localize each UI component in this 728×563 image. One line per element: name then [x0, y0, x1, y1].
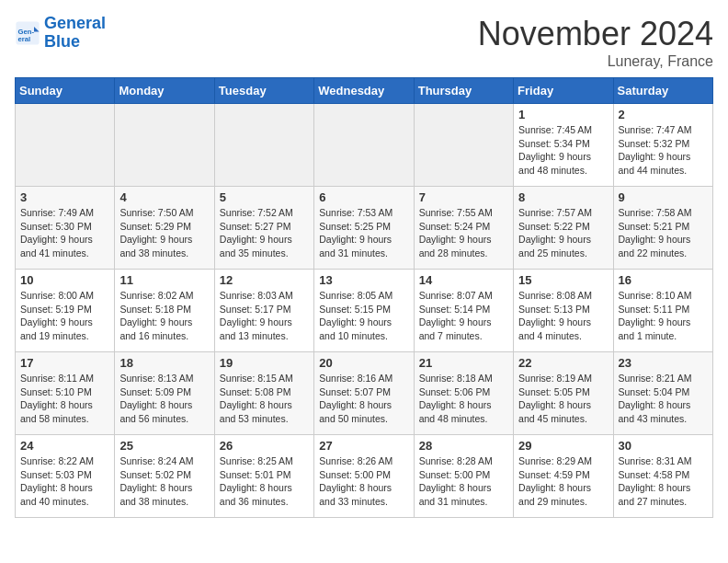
logo-text: General Blue	[44, 15, 106, 52]
day-info: Sunrise: 8:29 AM Sunset: 4:59 PM Dayligh…	[518, 454, 608, 509]
calendar-day-cell: 29Sunrise: 8:29 AM Sunset: 4:59 PM Dayli…	[514, 435, 613, 518]
day-info: Sunrise: 8:15 AM Sunset: 5:08 PM Dayligh…	[220, 372, 309, 426]
day-info: Sunrise: 8:11 AM Sunset: 5:10 PM Dayligh…	[20, 372, 109, 426]
day-info: Sunrise: 8:02 AM Sunset: 5:18 PM Dayligh…	[119, 289, 209, 343]
day-number: 27	[319, 439, 408, 453]
day-number: 14	[419, 273, 508, 287]
day-number: 17	[20, 356, 109, 370]
day-info: Sunrise: 7:57 AM Sunset: 5:22 PM Dayligh…	[518, 206, 608, 260]
calendar-day-cell: 7Sunrise: 7:55 AM Sunset: 5:24 PM Daylig…	[414, 187, 513, 270]
calendar-day-cell: 28Sunrise: 8:28 AM Sunset: 5:00 PM Dayli…	[414, 435, 513, 518]
weekday-header: Sunday	[16, 78, 115, 104]
calendar-day-cell: 19Sunrise: 8:15 AM Sunset: 5:08 PM Dayli…	[214, 352, 313, 435]
calendar-day-cell: 5Sunrise: 7:52 AM Sunset: 5:27 PM Daylig…	[214, 187, 313, 270]
calendar-day-cell: 24Sunrise: 8:22 AM Sunset: 5:03 PM Dayli…	[16, 435, 115, 518]
calendar-day-cell: 17Sunrise: 8:11 AM Sunset: 5:10 PM Dayli…	[16, 352, 115, 435]
calendar-day-cell	[214, 104, 313, 187]
calendar-day-cell	[414, 104, 513, 187]
day-number: 6	[319, 190, 408, 204]
day-info: Sunrise: 7:47 AM Sunset: 5:32 PM Dayligh…	[619, 123, 708, 178]
day-number: 26	[220, 439, 309, 453]
day-info: Sunrise: 8:31 AM Sunset: 4:58 PM Dayligh…	[619, 454, 708, 509]
calendar-day-cell: 14Sunrise: 8:07 AM Sunset: 5:14 PM Dayli…	[414, 270, 513, 352]
weekday-header-row: SundayMondayTuesdayWednesdayThursdayFrid…	[16, 78, 713, 104]
day-number: 22	[518, 356, 608, 370]
day-info: Sunrise: 8:00 AM Sunset: 5:19 PM Dayligh…	[20, 289, 109, 343]
day-number: 8	[518, 190, 608, 204]
calendar-day-cell	[16, 104, 115, 187]
day-info: Sunrise: 8:16 AM Sunset: 5:07 PM Dayligh…	[319, 372, 408, 426]
calendar-day-cell: 21Sunrise: 8:18 AM Sunset: 5:06 PM Dayli…	[414, 352, 513, 435]
day-number: 30	[619, 439, 708, 453]
day-number: 25	[119, 439, 209, 453]
calendar-day-cell: 22Sunrise: 8:19 AM Sunset: 5:05 PM Dayli…	[514, 352, 613, 435]
calendar-day-cell: 12Sunrise: 8:03 AM Sunset: 5:17 PM Dayli…	[214, 270, 313, 352]
day-number: 3	[20, 190, 109, 204]
weekday-header: Monday	[115, 78, 214, 104]
calendar-day-cell: 10Sunrise: 8:00 AM Sunset: 5:19 PM Dayli…	[16, 270, 115, 352]
calendar-day-cell: 2Sunrise: 7:47 AM Sunset: 5:32 PM Daylig…	[613, 104, 712, 187]
location: Luneray, France	[478, 53, 713, 70]
day-number: 1	[518, 108, 608, 121]
calendar-day-cell: 6Sunrise: 7:53 AM Sunset: 5:25 PM Daylig…	[314, 187, 414, 270]
day-number: 29	[518, 439, 608, 453]
header: Gen- eral General Blue November 2024 Lun…	[15, 15, 713, 70]
calendar-day-cell: 11Sunrise: 8:02 AM Sunset: 5:18 PM Dayli…	[115, 270, 214, 352]
day-info: Sunrise: 7:49 AM Sunset: 5:30 PM Dayligh…	[20, 206, 109, 260]
weekday-header: Friday	[514, 78, 613, 104]
month-title: November 2024	[478, 15, 713, 53]
day-info: Sunrise: 7:55 AM Sunset: 5:24 PM Dayligh…	[419, 206, 508, 260]
day-number: 23	[619, 356, 708, 370]
day-info: Sunrise: 7:58 AM Sunset: 5:21 PM Dayligh…	[619, 206, 708, 260]
calendar-table: SundayMondayTuesdayWednesdayThursdayFrid…	[15, 77, 713, 518]
day-number: 9	[619, 190, 708, 204]
day-number: 5	[220, 190, 309, 204]
calendar-day-cell: 25Sunrise: 8:24 AM Sunset: 5:02 PM Dayli…	[115, 435, 214, 518]
calendar-day-cell: 1Sunrise: 7:45 AM Sunset: 5:34 PM Daylig…	[514, 104, 613, 187]
day-number: 19	[220, 356, 309, 370]
day-number: 10	[20, 273, 109, 287]
calendar-day-cell: 18Sunrise: 8:13 AM Sunset: 5:09 PM Dayli…	[115, 352, 214, 435]
title-area: November 2024 Luneray, France	[478, 15, 713, 70]
day-info: Sunrise: 8:18 AM Sunset: 5:06 PM Dayligh…	[419, 372, 508, 426]
day-number: 24	[20, 439, 109, 453]
day-info: Sunrise: 7:45 AM Sunset: 5:34 PM Dayligh…	[518, 123, 608, 178]
calendar-day-cell: 13Sunrise: 8:05 AM Sunset: 5:15 PM Dayli…	[314, 270, 414, 352]
calendar-day-cell: 23Sunrise: 8:21 AM Sunset: 5:04 PM Dayli…	[613, 352, 712, 435]
day-number: 16	[619, 273, 708, 287]
calendar-day-cell	[115, 104, 214, 187]
calendar-week-row: 17Sunrise: 8:11 AM Sunset: 5:10 PM Dayli…	[16, 352, 713, 435]
day-info: Sunrise: 8:07 AM Sunset: 5:14 PM Dayligh…	[419, 289, 508, 343]
calendar-day-cell	[314, 104, 414, 187]
day-number: 18	[119, 356, 209, 370]
day-info: Sunrise: 7:50 AM Sunset: 5:29 PM Dayligh…	[119, 206, 209, 260]
day-number: 11	[119, 273, 209, 287]
weekday-header: Wednesday	[314, 78, 414, 104]
calendar-day-cell: 26Sunrise: 8:25 AM Sunset: 5:01 PM Dayli…	[214, 435, 313, 518]
day-info: Sunrise: 7:52 AM Sunset: 5:27 PM Dayligh…	[220, 206, 309, 260]
weekday-header: Saturday	[613, 78, 712, 104]
calendar-week-row: 1Sunrise: 7:45 AM Sunset: 5:34 PM Daylig…	[16, 104, 713, 187]
day-number: 12	[220, 273, 309, 287]
day-info: Sunrise: 8:03 AM Sunset: 5:17 PM Dayligh…	[220, 289, 309, 343]
day-number: 15	[518, 273, 608, 287]
logo-general: General	[44, 14, 106, 32]
day-info: Sunrise: 8:19 AM Sunset: 5:05 PM Dayligh…	[518, 372, 608, 426]
day-info: Sunrise: 8:28 AM Sunset: 5:00 PM Dayligh…	[419, 454, 508, 509]
day-info: Sunrise: 8:13 AM Sunset: 5:09 PM Dayligh…	[119, 372, 209, 426]
day-info: Sunrise: 8:05 AM Sunset: 5:15 PM Dayligh…	[319, 289, 408, 343]
day-number: 7	[419, 190, 508, 204]
day-info: Sunrise: 8:10 AM Sunset: 5:11 PM Dayligh…	[619, 289, 708, 343]
day-info: Sunrise: 8:25 AM Sunset: 5:01 PM Dayligh…	[220, 454, 309, 509]
calendar-day-cell: 8Sunrise: 7:57 AM Sunset: 5:22 PM Daylig…	[514, 187, 613, 270]
day-info: Sunrise: 7:53 AM Sunset: 5:25 PM Dayligh…	[319, 206, 408, 260]
day-info: Sunrise: 8:24 AM Sunset: 5:02 PM Dayligh…	[119, 454, 209, 509]
calendar-day-cell: 9Sunrise: 7:58 AM Sunset: 5:21 PM Daylig…	[613, 187, 712, 270]
calendar-day-cell: 27Sunrise: 8:26 AM Sunset: 5:00 PM Dayli…	[314, 435, 414, 518]
day-number: 2	[619, 108, 708, 121]
day-info: Sunrise: 8:08 AM Sunset: 5:13 PM Dayligh…	[518, 289, 608, 343]
calendar-day-cell: 20Sunrise: 8:16 AM Sunset: 5:07 PM Dayli…	[314, 352, 414, 435]
day-info: Sunrise: 8:22 AM Sunset: 5:03 PM Dayligh…	[20, 454, 109, 509]
calendar-day-cell: 30Sunrise: 8:31 AM Sunset: 4:58 PM Dayli…	[613, 435, 712, 518]
logo: Gen- eral General Blue	[15, 15, 106, 52]
